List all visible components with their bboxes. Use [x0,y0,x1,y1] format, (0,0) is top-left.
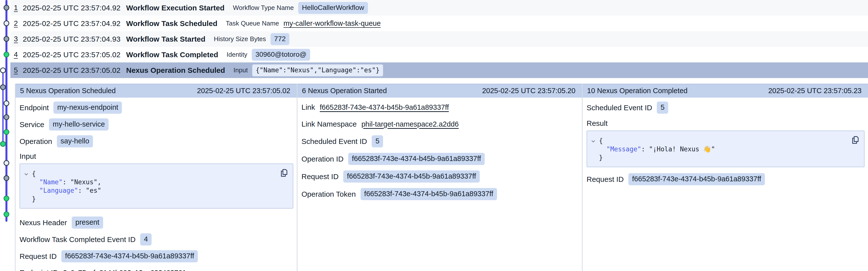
event-row-3[interactable]: 3 2025-02-25 UTC 23:57:04.93 Workflow Ta… [10,31,868,47]
timeline-dot-started[interactable] [4,115,9,120]
panel-body: Scheduled Event ID 5 Result { [583,98,868,185]
json-key: "Language" [39,187,78,194]
field-value-badge: my-hello-service [49,118,108,131]
json-value: "¡Hola! Nexus 👋" [649,145,715,153]
event-type: Workflow Task Scheduled [126,19,217,28]
event-time: 2025-02-25 UTC 23:57:04.93 [23,35,126,43]
collapse-chevron-icon[interactable] [24,170,29,179]
event-time: 2025-02-25 UTC 23:57:05.02 [23,66,126,75]
timeline-dot-scheduled[interactable] [4,101,9,106]
field-endpoint: Endpoint my-nexus-endpoint [20,102,293,114]
event-row-5-selected[interactable]: 5 2025-02-25 UTC 23:57:05.02 Nexus Opera… [10,62,868,78]
task-queue-link[interactable]: my-caller-workflow-task-queue [283,19,380,27]
json-close-line: } [587,153,849,162]
event-attr-label: History Size Bytes [214,35,266,43]
event-type: Nexus Operation Scheduled [126,66,225,75]
field-value-badge: f665283f-743e-4374-b45b-9a61a89337ff [61,250,198,262]
json-entry: "Name": "Nexus", [20,178,278,186]
field-scheduled-event-id: Scheduled Event ID 5 [302,135,579,147]
timeline-dot-completed[interactable] [4,52,9,57]
timeline-dot-started[interactable] [4,175,9,181]
timeline-dot-started[interactable] [4,36,9,42]
json-open-line: { [20,169,278,178]
collapse-chevron-icon[interactable] [591,137,596,146]
timeline-dot-completed[interactable] [4,212,9,217]
field-label: Scheduled Event ID [587,104,652,112]
field-label: Workflow Task Completed Event ID [20,235,135,244]
event-time: 2025-02-25 UTC 23:57:04.92 [23,4,126,12]
timeline-dot-completed[interactable] [4,196,9,201]
field-value-badge: say-hello [57,135,93,147]
event-time: 2025-02-25 UTC 23:57:05.02 [23,51,126,59]
field-label: Operation Token [302,190,356,198]
panel-timestamp: 2025-02-25 UTC 23:57:05.02 [197,87,290,95]
field-label: Endpoint [20,104,49,112]
field-link-namespace: Link Namespace phil-target-namespace2.a2… [302,118,579,130]
field-label: Nexus Header [20,218,67,227]
event-attr-value-badge: 772 [271,33,289,45]
json-punct: : [78,187,86,194]
timeline-main-line [5,0,7,222]
copy-icon[interactable] [852,136,859,146]
field-label: Operation [20,137,52,146]
event-attr-label: Input [234,66,248,74]
event-timeline-graph [0,0,15,271]
timeline-dot-started[interactable] [0,85,5,90]
panel-title: 5 Nexus Operation Scheduled [20,87,116,95]
link-value[interactable]: f665283f-743e-4374-b45b-9a61a89337ff [320,103,449,111]
json-brace: { [599,137,603,144]
field-value-badge: present [72,217,103,228]
panel-nexus-operation-scheduled: 5 Nexus Operation Scheduled 2025-02-25 U… [15,84,297,271]
field-nexus-header: Nexus Header present [20,217,293,228]
field-operation: Operation say-hello [20,135,293,147]
json-brace: } [32,195,36,202]
field-service: Service my-hello-service [20,118,293,131]
field-wft-completed-event-id: Workflow Task Completed Event ID 4 [20,233,293,245]
timeline-dot-started[interactable] [4,5,9,10]
timeline-branch-line [2,70,4,144]
panel-body: Link f665283f-743e-4374-b45b-9a61a89337f… [298,98,582,200]
json-entry: "Language": "es" [20,186,278,195]
timeline-dot-completed[interactable] [0,141,5,146]
field-endpoint-id: Endpoint ID 3c0c75ccfa8144b092c13ce63246… [20,267,293,271]
field-label: Service [20,120,44,129]
json-value: "es" [86,187,101,194]
event-row-4[interactable]: 4 2025-02-25 UTC 23:57:05.02 Workflow Ta… [10,47,868,62]
json-value: "Nexus", [70,178,101,186]
json-key: "Message" [607,145,641,153]
link-namespace-value[interactable]: phil-target-namespace2.a2dd6 [361,120,459,128]
timeline-dot-selected-scheduled[interactable] [0,68,5,73]
field-request-id: Request ID f665283f-743e-4374-b45b-9a61a… [20,250,293,262]
field-request-id: Request ID f665283f-743e-4374-b45b-9a61a… [587,173,865,185]
result-label: Result [587,119,865,128]
timeline-dot-scheduled[interactable] [4,21,9,26]
event-attr-label: Task Queue Name [226,20,279,27]
event-row-1[interactable]: 1 2025-02-25 UTC 23:57:04.92 Workflow Ex… [10,0,868,16]
event-attr-label: Workflow Type Name [233,4,294,11]
json-brace: } [599,154,603,161]
copy-icon[interactable] [280,168,288,179]
timeline-dot-completed[interactable] [4,130,9,135]
panel-title: 6 Nexus Operation Started [302,87,387,95]
field-value-badge: 4 [140,233,152,245]
panel-header: 6 Nexus Operation Started 2025-02-25 UTC… [298,84,582,98]
field-value-badge: f665283f-743e-4374-b45b-9a61a89337ff [361,188,497,200]
json-close-line: } [20,195,278,203]
event-input-payload: {"Name":"Nexus","Language":"es"} [252,64,383,76]
panel-body: Endpoint my-nexus-endpoint Service my-he… [16,98,297,271]
field-link: Link f665283f-743e-4374-b45b-9a61a89337f… [302,102,579,113]
panel-header: 5 Nexus Operation Scheduled 2025-02-25 U… [16,84,297,98]
timeline-dot-scheduled[interactable] [4,161,9,165]
panel-timestamp: 2025-02-25 UTC 23:57:05.23 [768,87,862,95]
json-entry: "Message": "¡Hola! Nexus 👋" [587,145,849,153]
json-punct: : [63,178,70,186]
event-type: Workflow Task Completed [126,51,218,59]
field-label: Operation ID [302,155,343,163]
field-operation-token: Operation Token f665283f-743e-4374-b45b-… [302,188,579,200]
panel-header: 10 Nexus Operation Completed 2025-02-25 … [583,84,868,98]
event-history-table: 1 2025-02-25 UTC 23:57:04.92 Workflow Ex… [0,0,868,78]
field-label: Link [302,103,315,111]
endpoint-id-link[interactable]: 3c0c75ccfa8144b092c13ce632463761 [63,269,186,271]
event-row-2[interactable]: 2 2025-02-25 UTC 23:57:04.92 Workflow Ta… [10,16,868,31]
panel-nexus-operation-completed: 10 Nexus Operation Completed 2025-02-25 … [582,84,868,271]
